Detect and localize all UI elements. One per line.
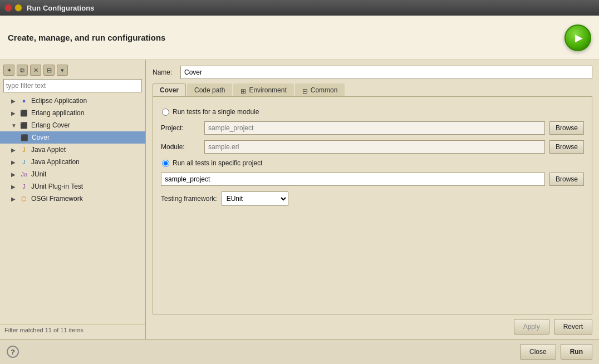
erlang-app-icon: ⬛ [19,109,28,117]
tree-item-erlang-cover[interactable]: ▼ ⬛ Erlang Cover [0,119,145,131]
expand-icon: ▶ [11,184,17,189]
expand-icon: ▶ [11,159,17,165]
environment-tab-icon: ⊞ [240,87,247,94]
module-label: Module: [161,143,200,151]
close-window-button[interactable] [4,4,12,12]
close-button[interactable]: Close [520,344,556,360]
junit-icon: Ju [19,170,28,179]
window-controls[interactable] [4,4,22,12]
expand-icon: ▶ [11,196,17,201]
tree-item-label: Erlang application [31,109,84,117]
name-label: Name: [153,68,176,76]
tree-item-label: JUnit Plug-in Test [31,183,83,190]
project-label: Project: [161,124,200,132]
window-title: Run Configurations [27,4,94,12]
revert-button[interactable]: Revert [554,319,592,335]
tabs-bar: Cover Code path ⊞Environment ⊟Common [153,83,592,97]
tree-item-label: Java Application [31,158,80,166]
radio-single-module-label: Run tests for a single module [173,108,259,116]
apply-button[interactable]: Apply [514,319,549,335]
project-input[interactable] [204,121,545,135]
tab-common[interactable]: ⊟Common [295,83,345,96]
osgi-icon: ⬡ [19,194,28,203]
expand-icon: ▶ [11,98,17,104]
filter-input-wrap [3,79,142,92]
framework-select[interactable]: EUnit Common Test [222,191,288,206]
footer-left: ? [7,346,19,358]
tree-item-label: Eclipse Application [31,97,87,105]
junit-plugin-icon: J [19,182,28,191]
delete-config-button[interactable]: ✕ [30,65,41,76]
module-input[interactable] [204,140,545,154]
tree-item-label: Java Applet [31,146,66,154]
tree-item-osgi[interactable]: ▶ ⬡ OSGi Framework [0,193,145,205]
module-row: Module: Browse [161,140,584,154]
dialog-footer: ? Close Run [0,339,599,364]
expand-icon: ▶ [11,171,17,177]
tree-item-label: OSGi Framework [31,195,83,203]
java-app-icon: J [19,158,28,166]
project-value-row: Browse [161,173,584,186]
apply-revert-row: Apply Revert [153,314,592,335]
collapse-all-button[interactable]: ⊟ [43,65,55,76]
framework-label: Testing framework: [161,195,217,203]
tree-item-label: JUnit [31,170,46,178]
tree-toolbar: ✦ ⧉ ✕ ⊟ ▾ [0,63,145,79]
expand-icon: ▶ [11,147,17,153]
tab-code-path[interactable]: Code path [187,83,232,96]
tree-item-cover[interactable]: ⬛ Cover [0,131,145,144]
radio-single-module[interactable] [162,109,169,116]
project-value-browse-button[interactable]: Browse [549,173,584,186]
right-panel: Name: Cover Code path ⊞Environment ⊟Comm… [146,60,599,339]
title-bar: Run Configurations [0,0,599,16]
module-browse-button[interactable]: Browse [549,140,584,154]
left-panel: ✦ ⧉ ✕ ⊟ ▾ ▶ ● Eclipse Application ▶ [0,60,146,339]
tab-content-cover: Run tests for a single module Project: B… [153,97,592,314]
filter-status: Filter matched 11 of 11 items [0,324,145,336]
project-value-input[interactable] [161,173,545,186]
eclipse-app-icon: ● [19,96,28,105]
tree-item-java-applet[interactable]: ▶ J Java Applet [0,144,145,156]
project-row: Project: Browse [161,121,584,135]
erlang-cover-icon: ⬛ [19,121,28,130]
tree-item-java-application[interactable]: ▶ J Java Application [0,156,145,168]
project-browse-button[interactable]: Browse [549,121,584,135]
expand-icon: ▼ [11,122,17,128]
filter-button[interactable]: ▾ [57,65,68,76]
radio-all-tests-label: Run all tests in specific project [173,159,262,167]
radio-all-tests-row: Run all tests in specific project [161,159,584,167]
tree-item-junit-plugin[interactable]: ▶ J JUnit Plug-in Test [0,180,145,193]
tree-item-junit[interactable]: ▶ Ju JUnit [0,168,145,180]
help-button[interactable]: ? [7,346,19,358]
name-row: Name: [153,66,592,79]
new-config-button[interactable]: ✦ [3,65,14,76]
filter-input[interactable] [3,79,142,92]
config-tree: ▶ ● Eclipse Application ▶ ⬛ Erlang appli… [0,95,145,324]
minimize-window-button[interactable] [14,4,22,12]
radio-all-tests[interactable] [162,160,169,167]
common-tab-icon: ⊟ [302,87,309,94]
radio-single-module-row: Run tests for a single module [161,108,584,116]
footer-right: Close Run [520,344,592,360]
copy-config-button[interactable]: ⧉ [17,65,28,76]
tree-item-erlang-app[interactable]: ▶ ⬛ Erlang application [0,107,145,119]
dialog-content: ✦ ⧉ ✕ ⊟ ▾ ▶ ● Eclipse Application ▶ [0,60,599,339]
framework-row: Testing framework: EUnit Common Test [161,191,584,206]
tree-item-eclipse-app[interactable]: ▶ ● Eclipse Application [0,95,145,107]
tab-cover[interactable]: Cover [153,83,186,96]
run-configurations-dialog: Create, manage, and run configurations ✦… [0,16,599,364]
dialog-title: Create, manage, and run configurations [8,33,165,42]
run-button-circle[interactable] [564,24,591,51]
dialog-header: Create, manage, and run configurations [0,16,599,60]
java-applet-icon: J [19,145,28,154]
run-button[interactable]: Run [561,344,592,360]
tree-item-label: Cover [32,134,50,141]
tree-item-label: Erlang Cover [31,121,70,129]
name-input[interactable] [180,66,592,79]
cover-icon: ⬛ [20,133,29,142]
expand-icon: ▶ [11,110,17,116]
tab-environment[interactable]: ⊞Environment [233,83,293,96]
